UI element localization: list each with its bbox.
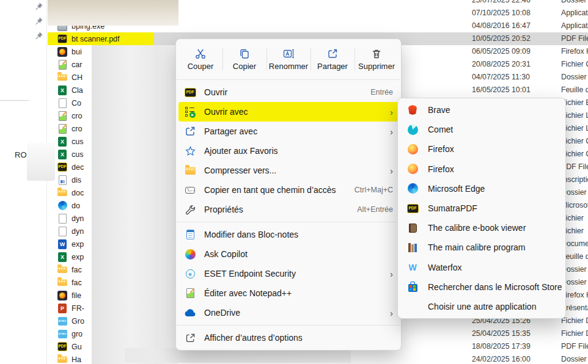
file-name[interactable]: PDFGu [57, 340, 82, 353]
partager-button[interactable]: Partager [311, 43, 355, 76]
file-name[interactable]: dis [57, 173, 81, 186]
file-type: PDF File [561, 340, 588, 353]
file-name[interactable]: fac [57, 276, 82, 289]
submenu-item-microsoft-edge[interactable]: Microsoft Edge [400, 179, 563, 198]
menu-item-compresser-vers[interactable]: Compresser vers...› [178, 161, 399, 180]
file-name[interactable]: car [57, 58, 82, 71]
file-name[interactable]: dyn [57, 212, 84, 225]
context-menu-toolbar: CouperCopierRenommerPartagerSupprimer [176, 42, 401, 77]
file-name[interactable]: bui [57, 45, 82, 58]
keyboard-shortcut: Alt+Entrée [357, 205, 393, 214]
menu-item-partager-avec[interactable]: Partager avec› [178, 122, 399, 141]
submenu-item-sumatrapdf[interactable]: PDFSumatraPDF [400, 198, 563, 218]
file-name[interactable]: DYMOgro [57, 327, 83, 340]
more-options-icon [184, 332, 196, 344]
trash-icon [370, 48, 383, 60]
menu-item-ask-copilot[interactable]: Ask Copilot [178, 244, 399, 264]
chevron-right-icon: › [390, 308, 393, 318]
calibre-icon [406, 241, 419, 253]
file-type: Dossier d [561, 353, 588, 364]
file-name[interactable]: file [57, 289, 81, 302]
notepadpp-file-icon [57, 124, 67, 134]
file-name[interactable]: PFR- [57, 302, 84, 315]
copier-button[interactable]: Copier [222, 43, 266, 76]
renommer-button[interactable]: Renommer [266, 43, 311, 76]
menu-item-copier-en-tant-que-chemin-d-acc-s[interactable]: \..Copier en tant que chemin d’accèsCtrl… [178, 180, 399, 200]
file-name[interactable]: XCla [57, 84, 83, 96]
menu-separator [177, 79, 400, 80]
file-name[interactable]: cro [57, 122, 82, 135]
supprimer-button[interactable]: Supprimer [355, 43, 399, 76]
firefox-icon [406, 163, 419, 175]
file-name[interactable]: doc [57, 186, 84, 199]
menu-item-modifier-dans-bloc-notes[interactable]: Modifier dans Bloc-notes [178, 225, 399, 244]
file-name[interactable]: Xcus [57, 135, 83, 148]
copy-icon [238, 48, 251, 60]
context-menu: CouperCopierRenommerPartagerSupprimer PD… [175, 38, 402, 351]
file-type: Applicati [561, 7, 588, 20]
firefox-dark-icon [57, 291, 67, 300]
file-name[interactable]: fac [57, 263, 82, 276]
file-type: Fichier C [561, 58, 588, 71]
nav-divider [0, 100, 29, 101]
menu-item-afficher-d-autres-d-options[interactable]: Afficher d’autres d’options [178, 328, 399, 348]
menu-item-ajouter-aux-favoris[interactable]: Ajouter aux Favoris [178, 141, 399, 161]
folder-icon [57, 355, 67, 364]
file-name[interactable]: Co [57, 96, 81, 109]
menu-item-diter-avec-notepad[interactable]: Éditer avec Notepad++ [178, 283, 399, 303]
file-date-modified: 16/05/2025 10:01 [472, 84, 531, 96]
pdf-file-icon: PDF [57, 342, 67, 352]
menu-item-ouvrir-avec[interactable]: ▸Ouvrir avec› [178, 102, 399, 122]
submenu-item-firefox[interactable]: Firefox [400, 139, 563, 159]
menu-item-propri-t-s[interactable]: PropriétésAlt+Entrée [178, 200, 399, 219]
chevron-right-icon: › [390, 107, 393, 117]
open-with-icon: ▸ [184, 106, 196, 118]
menu-item-onedrive[interactable]: OneDrive› [178, 303, 399, 322]
submenu-item-the-main-calibre-program[interactable]: The main calibre program [400, 238, 563, 257]
menu-item-eset-endpoint-security[interactable]: eESET Endpoint Security› [178, 264, 399, 283]
menu-item-ouvrir[interactable]: PDFOuvrirEntrée [178, 82, 399, 102]
edge-file-icon [57, 201, 67, 211]
blurred-region-top [48, 0, 178, 26]
menu-separator [177, 325, 400, 326]
submenu-item-rechercher-dans-le-microsoft-store[interactable]: Rechercher dans le Microsoft Store [400, 277, 563, 297]
submenu-item-comet[interactable]: Comet [400, 120, 563, 139]
submenu-item-choisir-une-autre-application[interactable]: Choisir une autre application [400, 297, 563, 316]
file-type: Applicati [561, 20, 588, 32]
file-explorer-window: 25/07/2025 22:46Dossier d07/10/2025 10:0… [0, 0, 588, 364]
calibre-book-icon [406, 222, 419, 234]
share-icon [184, 125, 196, 137]
file-name[interactable]: Xcus [57, 148, 83, 161]
pdf-file-icon: PDF [184, 86, 196, 98]
wrench-icon [184, 203, 196, 216]
submenu-item-brave[interactable]: Brave [400, 100, 563, 120]
file-name[interactable]: PDFbt scanner.pdf [57, 32, 120, 45]
file-name[interactable]: do [57, 199, 80, 212]
path-icon: \.. [184, 184, 196, 196]
file-name[interactable]: PDFdec [57, 161, 84, 173]
document-icon [57, 98, 67, 108]
file-name[interactable]: CH [57, 71, 83, 84]
file-name[interactable]: Ha [57, 353, 81, 364]
zip-folder-icon [184, 164, 196, 177]
file-name[interactable]: cro [57, 109, 82, 122]
file-type: Firefox H [561, 45, 588, 58]
comet-icon [406, 123, 419, 136]
rename-icon [282, 48, 295, 60]
submenu-item-the-calibre-e-book-viewer[interactable]: The calibre e-book viewer [400, 218, 563, 238]
couper-button[interactable]: Couper [178, 43, 222, 76]
file-name[interactable]: DYMOGro [57, 315, 84, 327]
submenu-item-waterfox[interactable]: WWaterfox [400, 258, 563, 277]
brave-icon [406, 104, 419, 116]
onedrive-icon [184, 307, 196, 319]
submenu-item-firefox[interactable]: Firefox [400, 159, 563, 179]
pin-icon [34, 16, 44, 26]
file-name[interactable]: Wexp [57, 238, 84, 250]
excel-file-icon: X [57, 137, 67, 147]
file-date-modified: 04/07/2025 11:30 [472, 71, 530, 84]
document-icon [57, 227, 67, 236]
file-name[interactable]: dyn [57, 225, 84, 238]
file-date-modified: 04/08/2016 16:47 [472, 20, 531, 32]
dymo-file-icon: DYMO [57, 316, 67, 326]
file-name[interactable]: Xexp [57, 250, 84, 263]
